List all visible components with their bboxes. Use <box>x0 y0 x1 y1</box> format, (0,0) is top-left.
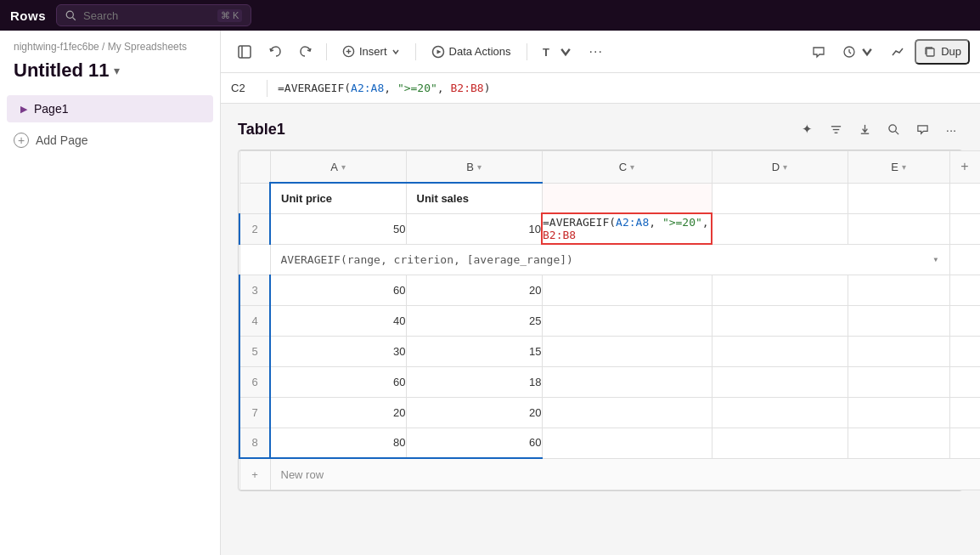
cell-b7[interactable]: 20 <box>406 397 542 428</box>
insert-dropdown-icon <box>391 48 400 56</box>
formula-content: =AVERAGEIF(A2:A8, ">=20", B2:B8) <box>278 82 490 94</box>
svg-text:T: T <box>543 46 549 59</box>
header-unit-sales[interactable]: Unit sales <box>406 183 542 213</box>
cell-a3[interactable]: 60 <box>270 275 406 305</box>
search-bar[interactable]: ⌘ K <box>56 4 251 26</box>
history-button[interactable] <box>836 41 881 63</box>
search-table-button[interactable] <box>881 117 905 141</box>
formula-avg-range: B2:B8 <box>451 82 484 94</box>
data-actions-button[interactable]: Data Actions <box>423 41 520 63</box>
cell-d4[interactable] <box>712 305 848 336</box>
cell-a2[interactable]: 50 <box>270 213 406 244</box>
sidebar-title-row: Untitled 11 ▾ <box>0 56 220 95</box>
cell-add4 <box>949 305 980 336</box>
cell-e7[interactable] <box>848 397 949 428</box>
col-header-a[interactable]: A ▾ <box>270 151 406 184</box>
col-header-e[interactable]: E ▾ <box>848 151 949 184</box>
sidebar-item-page1[interactable]: ▶ Page1 <box>7 95 213 122</box>
cell-c5[interactable] <box>542 336 712 366</box>
cell-d5[interactable] <box>712 336 848 366</box>
cell-b3[interactable]: 20 <box>406 275 542 305</box>
cell-d8[interactable] <box>712 428 848 458</box>
cell-c3[interactable] <box>542 275 712 305</box>
col-header-c[interactable]: C ▾ <box>542 151 712 184</box>
toolbar-divider-3 <box>527 43 527 60</box>
unit-sales-label: Unit sales <box>407 192 542 205</box>
cell-b5[interactable]: 15 <box>406 336 542 366</box>
col-add-button[interactable]: + <box>949 151 980 184</box>
header-unit-price[interactable]: Unit price <box>270 183 406 213</box>
cell-a4[interactable]: 40 <box>270 305 406 336</box>
header-e-empty <box>848 183 949 213</box>
cell-b8[interactable]: 60 <box>406 428 542 458</box>
cell-d6[interactable] <box>712 366 848 397</box>
cell-b4[interactable]: 25 <box>406 305 542 336</box>
cell-d7[interactable] <box>712 397 848 428</box>
new-row-row: + New row <box>239 458 980 490</box>
redo-button[interactable] <box>292 41 319 63</box>
svg-rect-11 <box>926 48 934 56</box>
col-b-label: B <box>466 161 474 173</box>
col-e-arrow: ▾ <box>902 162 906 172</box>
more-table-button[interactable]: ··· <box>939 117 963 141</box>
sidebar: nightwing-f1fec6be / My Spreadsheets Unt… <box>0 31 221 555</box>
cell-b2[interactable]: 10 <box>406 213 542 244</box>
text-dropdown-icon <box>559 45 572 59</box>
search-shortcut: ⌘ K <box>217 9 242 22</box>
cell-e3[interactable] <box>848 275 949 305</box>
undo-button[interactable] <box>262 41 289 63</box>
cell-e5[interactable] <box>848 336 949 366</box>
magic-wand-button[interactable]: ✦ <box>795 117 819 141</box>
trend-button[interactable] <box>884 41 911 63</box>
cell-c8[interactable] <box>542 428 712 458</box>
cell-c6[interactable] <box>542 366 712 397</box>
cell-e4[interactable] <box>848 305 949 336</box>
row-num-3: 3 <box>239 275 270 305</box>
cell-c7[interactable] <box>542 397 712 428</box>
dup-label: Dup <box>941 45 961 58</box>
cell-a5[interactable]: 30 <box>270 336 406 366</box>
cell-add3 <box>949 275 980 305</box>
text-format-button[interactable]: T <box>534 41 579 63</box>
toolbar-divider-1 <box>326 43 327 60</box>
more-options-button[interactable]: ··· <box>583 40 610 64</box>
filter-button[interactable] <box>824 117 848 141</box>
cell-b6[interactable]: 18 <box>406 366 542 397</box>
insert-button[interactable]: Insert <box>334 41 408 62</box>
cell-e8[interactable] <box>848 428 949 458</box>
add-page-button[interactable]: + Add Page <box>0 126 220 155</box>
cell-d3[interactable] <box>712 275 848 305</box>
autocomplete-cell-td: AVERAGEIF(range, criterion, [average_ran… <box>270 244 949 275</box>
sort-button[interactable] <box>853 117 876 141</box>
autocomplete-hint: AVERAGEIF(range, criterion, [average_ran… <box>271 248 949 271</box>
table-row: 3 60 20 <box>239 275 980 305</box>
cell-a8[interactable]: 80 <box>270 428 406 458</box>
formula-display: =AVERAGEIF(A2:A8, ">=20", B2:B8 <box>543 216 711 241</box>
content-area: Insert Data Actions T <box>221 31 980 555</box>
cell-add6 <box>949 366 980 397</box>
cell-a6[interactable]: 60 <box>270 366 406 397</box>
cell-d2[interactable] <box>712 213 848 244</box>
cell-a7[interactable]: 20 <box>270 397 406 428</box>
col-header-d[interactable]: D ▾ <box>712 151 848 184</box>
col-header-b[interactable]: B ▾ <box>406 151 542 184</box>
col-add-icon: + <box>960 159 968 174</box>
search-input[interactable] <box>83 9 211 22</box>
cell-c2-formula[interactable]: =AVERAGEIF(A2:A8, ">=20", B2:B8 <box>542 213 712 244</box>
autocomplete-dropdown[interactable]: ▾ <box>932 253 938 265</box>
cell-e6[interactable] <box>848 366 949 397</box>
formula-criterion: ">=20" <box>397 82 437 94</box>
comment-table-button[interactable] <box>910 117 934 141</box>
autocomplete-row: AVERAGEIF(range, criterion, [average_ran… <box>239 244 980 275</box>
title-dropdown-arrow[interactable]: ▾ <box>114 64 120 77</box>
cell-c4[interactable] <box>542 305 712 336</box>
duplicate-button[interactable]: Dup <box>915 39 970 65</box>
new-row-cell-td[interactable]: New row <box>270 458 980 490</box>
cell-e2[interactable] <box>848 213 949 244</box>
sidebar-toggle-button[interactable] <box>231 41 258 63</box>
app-title: Rows <box>10 8 46 23</box>
table-row: 6 60 18 <box>239 366 980 397</box>
table-row: 2 50 10 =AVERAGEIF(A2:A8, ">=20", B2:B8 <box>239 213 980 244</box>
spreadsheet-area: Table1 ✦ <box>221 104 980 555</box>
comment-button[interactable] <box>805 41 832 63</box>
